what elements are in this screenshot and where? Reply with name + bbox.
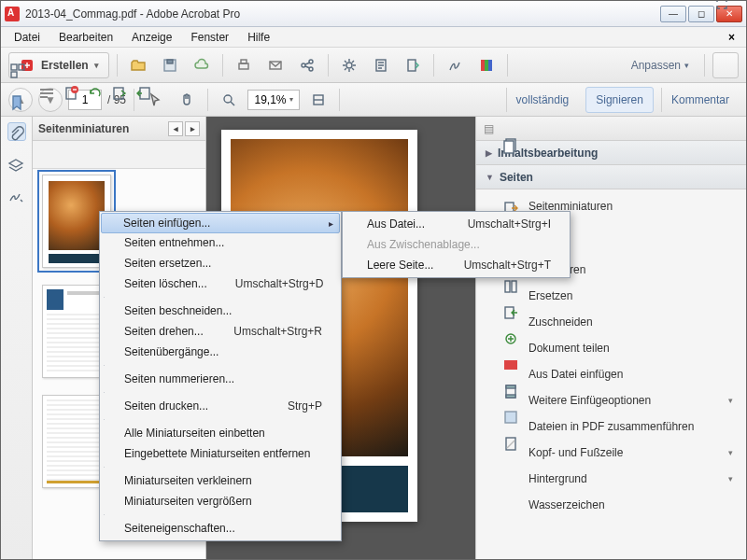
thumb-options-icon[interactable]	[38, 147, 55, 163]
svg-rect-11	[408, 60, 416, 71]
hand-icon	[178, 91, 195, 108]
chevron-down-icon: ▾	[289, 95, 293, 104]
svg-rect-3	[239, 63, 248, 69]
ctx-seiten-einfuegen[interactable]: Seiten einfügen...	[101, 213, 340, 233]
menu-fenster[interactable]: Fenster	[183, 29, 236, 46]
folder-icon	[130, 57, 147, 74]
settings-button[interactable]	[336, 52, 362, 78]
svg-rect-12	[481, 60, 485, 71]
window-title: 2013-04_Commag.pdf - Adobe Acrobat Pro	[25, 7, 660, 21]
svg-rect-35	[511, 360, 517, 370]
tools-strip-handle[interactable]: ▤	[484, 122, 494, 135]
zoom-field[interactable]: 19,1%▾	[247, 90, 300, 110]
link-vollstaendig[interactable]: vollständig	[506, 88, 579, 112]
ctx-alle-einbetten[interactable]: Alle Miniaturseiten einbetten	[102, 423, 339, 443]
ctx-nummerieren[interactable]: Seiten nummerieren...	[102, 369, 339, 389]
anpassen-label: Anpassen	[631, 59, 681, 72]
ctx-drucken[interactable]: Seiten drucken...Strg+P	[102, 396, 339, 416]
separator	[507, 54, 508, 77]
link-kommentar[interactable]: Kommentar	[661, 88, 739, 112]
erstellen-label: Erstellen	[41, 59, 89, 72]
separator	[704, 54, 705, 77]
mail-button[interactable]	[262, 52, 289, 78]
export-button[interactable]	[400, 52, 426, 78]
form-button[interactable]	[368, 52, 394, 78]
sub-aus-datei[interactable]: Aus Datei...Umschalt+Strg+I	[345, 214, 568, 234]
svg-rect-21	[40, 92, 53, 94]
print-button[interactable]	[231, 52, 257, 78]
ctx-sep	[104, 365, 105, 366]
cloud-button[interactable]	[189, 52, 215, 78]
thumb-insert-icon[interactable]	[111, 147, 128, 163]
thumb-rotate-icon[interactable]	[87, 147, 104, 163]
svg-point-9	[346, 63, 352, 68]
chevron-down-icon: ▾	[94, 61, 99, 70]
svg-rect-39	[505, 412, 516, 423]
ctx-seiten-ersetzen[interactable]: Seiten ersetzen...	[102, 253, 339, 273]
ctx-uebergaenge[interactable]: Seitenübergänge...	[102, 342, 339, 362]
separator	[134, 89, 134, 111]
menu-anzeige[interactable]: Anzeige	[124, 29, 179, 46]
ctx-eigenschaften[interactable]: Seiteneigenschaften...	[102, 518, 339, 539]
share-button[interactable]	[294, 52, 320, 78]
context-submenu: Aus Datei...Umschalt+Strg+I Aus Zwischen…	[342, 211, 571, 278]
color-button[interactable]	[473, 52, 500, 78]
ctx-beschneiden[interactable]: Seiten beschneiden...	[102, 301, 339, 321]
share-icon	[299, 57, 316, 74]
fit-button[interactable]	[305, 87, 331, 113]
main-toolbar: Erstellen ▾ Anpassen ▾	[1, 48, 746, 83]
separator	[328, 54, 329, 77]
svg-rect-37	[506, 385, 515, 388]
ctx-seiten-loeschen[interactable]: Seiten löschen...Umschalt+Strg+D	[102, 273, 339, 294]
fullscreen-icon	[713, 0, 738, 135]
minimize-button[interactable]: —	[660, 6, 686, 22]
color-icon	[478, 57, 495, 74]
thumb-next-button[interactable]: ▸	[185, 121, 200, 136]
fit-icon	[310, 91, 327, 108]
svg-rect-34	[504, 360, 511, 370]
zoom-tool[interactable]	[216, 87, 242, 113]
magnifier-icon	[220, 91, 237, 108]
cloud-icon	[193, 57, 210, 74]
ctx-sep	[104, 297, 105, 298]
separator	[207, 89, 208, 111]
window-titlebar: 2013-04_Commag.pdf - Adobe Acrobat Pro —…	[1, 1, 746, 27]
svg-rect-38	[506, 395, 515, 398]
hand-tool[interactable]	[174, 87, 200, 113]
menu-datei[interactable]: Datei	[7, 29, 48, 46]
thumb-extract-icon[interactable]	[135, 147, 152, 163]
svg-rect-32	[512, 281, 516, 292]
anpassen-button[interactable]: Anpassen ▾	[624, 59, 697, 72]
ctx-sep	[104, 514, 105, 515]
svg-rect-18	[19, 64, 24, 70]
separator	[339, 89, 340, 111]
fullscreen-button[interactable]	[712, 52, 739, 78]
svg-rect-19	[11, 72, 17, 77]
tools-panel: ▤ ▶Inhaltsbearbeitung ▼Seiten Seitenmini…	[475, 117, 746, 559]
sign-button[interactable]	[442, 52, 468, 78]
thumb-delete-icon[interactable]	[63, 147, 79, 163]
svg-rect-25	[114, 88, 123, 99]
open-button[interactable]	[125, 52, 151, 78]
svg-rect-20	[40, 89, 53, 91]
menu-bearbeiten[interactable]: Bearbeiten	[51, 29, 120, 46]
ctx-drehen[interactable]: Seiten drehen...Umschalt+Strg+R	[102, 321, 339, 342]
svg-rect-31	[505, 281, 510, 292]
sub-zwischenablage: Aus Zwischenablage...	[345, 234, 568, 255]
menu-bar: Datei Bearbeiten Anzeige Fenster Hilfe ×	[1, 27, 746, 48]
thumb-prev-button[interactable]: ◂	[168, 121, 183, 136]
ctx-eingebettete-entfernen[interactable]: Eingebettete Miniaturseiten entfernen	[102, 443, 339, 464]
ctx-vergroessern[interactable]: Miniaturseiten vergrößern	[102, 491, 339, 511]
ctx-seiten-entnehmen[interactable]: Seiten entnehmen...	[102, 232, 339, 253]
watermark-icon	[502, 497, 519, 513]
link-signieren[interactable]: Signieren	[585, 87, 654, 113]
save-button[interactable]	[157, 52, 183, 78]
signature-icon[interactable]	[7, 249, 26, 268]
maximize-button[interactable]: ◻	[688, 6, 714, 22]
svg-point-15	[224, 95, 232, 103]
separator	[117, 54, 118, 77]
menu-hilfe[interactable]: Hilfe	[240, 29, 277, 46]
sub-leere-seite[interactable]: Leere Seite...Umschalt+Strg+T	[345, 255, 568, 275]
rp-wasserzeichen[interactable]: Wasserzeichen	[476, 492, 746, 518]
ctx-verkleinern[interactable]: Miniaturseiten verkleinern	[102, 470, 339, 491]
